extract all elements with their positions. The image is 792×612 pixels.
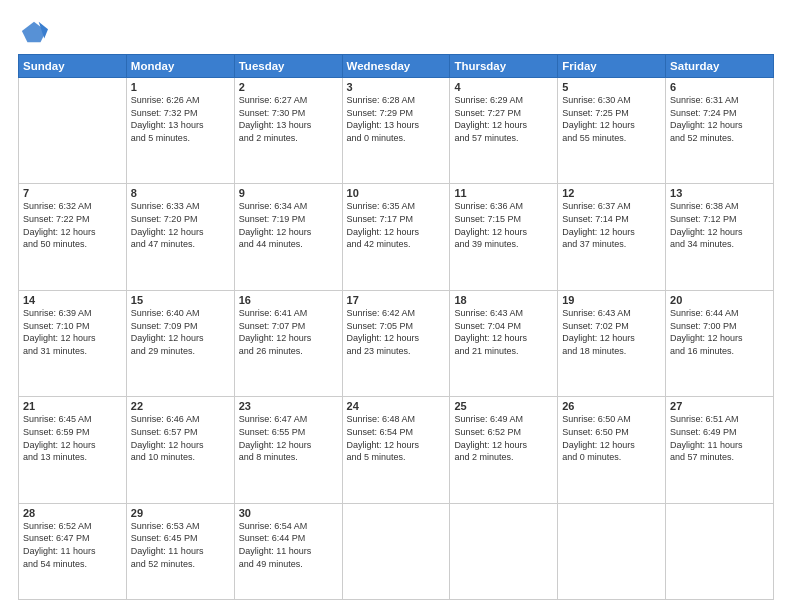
day-number: 9: [239, 187, 338, 199]
day-number: 8: [131, 187, 230, 199]
day-info: Sunrise: 6:47 AM Sunset: 6:55 PM Dayligh…: [239, 413, 338, 463]
calendar-table: SundayMondayTuesdayWednesdayThursdayFrid…: [18, 54, 774, 600]
day-header-friday: Friday: [558, 55, 666, 78]
day-number: 16: [239, 294, 338, 306]
day-number: 4: [454, 81, 553, 93]
day-number: 10: [347, 187, 446, 199]
day-number: 27: [670, 400, 769, 412]
day-number: 12: [562, 187, 661, 199]
day-info: Sunrise: 6:54 AM Sunset: 6:44 PM Dayligh…: [239, 520, 338, 570]
calendar-header-row: SundayMondayTuesdayWednesdayThursdayFrid…: [19, 55, 774, 78]
calendar-week-row: 28Sunrise: 6:52 AM Sunset: 6:47 PM Dayli…: [19, 503, 774, 599]
day-info: Sunrise: 6:44 AM Sunset: 7:00 PM Dayligh…: [670, 307, 769, 357]
day-header-monday: Monday: [126, 55, 234, 78]
day-number: 28: [23, 507, 122, 519]
day-info: Sunrise: 6:27 AM Sunset: 7:30 PM Dayligh…: [239, 94, 338, 144]
day-info: Sunrise: 6:28 AM Sunset: 7:29 PM Dayligh…: [347, 94, 446, 144]
day-info: Sunrise: 6:50 AM Sunset: 6:50 PM Dayligh…: [562, 413, 661, 463]
calendar-cell: 25Sunrise: 6:49 AM Sunset: 6:52 PM Dayli…: [450, 397, 558, 503]
day-number: 19: [562, 294, 661, 306]
calendar-cell: 11Sunrise: 6:36 AM Sunset: 7:15 PM Dayli…: [450, 184, 558, 290]
calendar-cell: 4Sunrise: 6:29 AM Sunset: 7:27 PM Daylig…: [450, 78, 558, 184]
day-number: 17: [347, 294, 446, 306]
calendar-cell: 7Sunrise: 6:32 AM Sunset: 7:22 PM Daylig…: [19, 184, 127, 290]
day-info: Sunrise: 6:48 AM Sunset: 6:54 PM Dayligh…: [347, 413, 446, 463]
day-number: 14: [23, 294, 122, 306]
calendar-week-row: 1Sunrise: 6:26 AM Sunset: 7:32 PM Daylig…: [19, 78, 774, 184]
calendar-cell: 29Sunrise: 6:53 AM Sunset: 6:45 PM Dayli…: [126, 503, 234, 599]
calendar-cell: 2Sunrise: 6:27 AM Sunset: 7:30 PM Daylig…: [234, 78, 342, 184]
logo: [18, 18, 48, 46]
calendar-cell: 26Sunrise: 6:50 AM Sunset: 6:50 PM Dayli…: [558, 397, 666, 503]
calendar-cell: 24Sunrise: 6:48 AM Sunset: 6:54 PM Dayli…: [342, 397, 450, 503]
day-header-sunday: Sunday: [19, 55, 127, 78]
day-number: 15: [131, 294, 230, 306]
day-info: Sunrise: 6:43 AM Sunset: 7:04 PM Dayligh…: [454, 307, 553, 357]
day-info: Sunrise: 6:37 AM Sunset: 7:14 PM Dayligh…: [562, 200, 661, 250]
day-number: 20: [670, 294, 769, 306]
day-info: Sunrise: 6:26 AM Sunset: 7:32 PM Dayligh…: [131, 94, 230, 144]
day-info: Sunrise: 6:51 AM Sunset: 6:49 PM Dayligh…: [670, 413, 769, 463]
day-info: Sunrise: 6:29 AM Sunset: 7:27 PM Dayligh…: [454, 94, 553, 144]
page: SundayMondayTuesdayWednesdayThursdayFrid…: [0, 0, 792, 612]
day-number: 26: [562, 400, 661, 412]
calendar-cell: [342, 503, 450, 599]
day-info: Sunrise: 6:41 AM Sunset: 7:07 PM Dayligh…: [239, 307, 338, 357]
calendar-cell: 21Sunrise: 6:45 AM Sunset: 6:59 PM Dayli…: [19, 397, 127, 503]
calendar-cell: 5Sunrise: 6:30 AM Sunset: 7:25 PM Daylig…: [558, 78, 666, 184]
day-number: 29: [131, 507, 230, 519]
day-info: Sunrise: 6:32 AM Sunset: 7:22 PM Dayligh…: [23, 200, 122, 250]
day-number: 13: [670, 187, 769, 199]
day-info: Sunrise: 6:43 AM Sunset: 7:02 PM Dayligh…: [562, 307, 661, 357]
calendar-cell: 6Sunrise: 6:31 AM Sunset: 7:24 PM Daylig…: [666, 78, 774, 184]
calendar-cell: 22Sunrise: 6:46 AM Sunset: 6:57 PM Dayli…: [126, 397, 234, 503]
calendar-week-row: 14Sunrise: 6:39 AM Sunset: 7:10 PM Dayli…: [19, 290, 774, 396]
calendar-cell: 14Sunrise: 6:39 AM Sunset: 7:10 PM Dayli…: [19, 290, 127, 396]
calendar-cell: 17Sunrise: 6:42 AM Sunset: 7:05 PM Dayli…: [342, 290, 450, 396]
day-number: 21: [23, 400, 122, 412]
day-info: Sunrise: 6:40 AM Sunset: 7:09 PM Dayligh…: [131, 307, 230, 357]
day-info: Sunrise: 6:38 AM Sunset: 7:12 PM Dayligh…: [670, 200, 769, 250]
calendar-cell: 19Sunrise: 6:43 AM Sunset: 7:02 PM Dayli…: [558, 290, 666, 396]
logo-icon: [20, 18, 48, 46]
day-number: 2: [239, 81, 338, 93]
header: [18, 18, 774, 46]
calendar-cell: 28Sunrise: 6:52 AM Sunset: 6:47 PM Dayli…: [19, 503, 127, 599]
day-header-saturday: Saturday: [666, 55, 774, 78]
calendar-cell: 20Sunrise: 6:44 AM Sunset: 7:00 PM Dayli…: [666, 290, 774, 396]
day-info: Sunrise: 6:36 AM Sunset: 7:15 PM Dayligh…: [454, 200, 553, 250]
calendar-cell: 23Sunrise: 6:47 AM Sunset: 6:55 PM Dayli…: [234, 397, 342, 503]
day-number: 11: [454, 187, 553, 199]
calendar-cell: 3Sunrise: 6:28 AM Sunset: 7:29 PM Daylig…: [342, 78, 450, 184]
calendar-cell: 10Sunrise: 6:35 AM Sunset: 7:17 PM Dayli…: [342, 184, 450, 290]
day-info: Sunrise: 6:30 AM Sunset: 7:25 PM Dayligh…: [562, 94, 661, 144]
day-number: 3: [347, 81, 446, 93]
day-number: 1: [131, 81, 230, 93]
day-number: 24: [347, 400, 446, 412]
calendar-week-row: 21Sunrise: 6:45 AM Sunset: 6:59 PM Dayli…: [19, 397, 774, 503]
calendar-cell: 12Sunrise: 6:37 AM Sunset: 7:14 PM Dayli…: [558, 184, 666, 290]
day-info: Sunrise: 6:33 AM Sunset: 7:20 PM Dayligh…: [131, 200, 230, 250]
day-header-thursday: Thursday: [450, 55, 558, 78]
day-info: Sunrise: 6:49 AM Sunset: 6:52 PM Dayligh…: [454, 413, 553, 463]
day-info: Sunrise: 6:45 AM Sunset: 6:59 PM Dayligh…: [23, 413, 122, 463]
calendar-cell: [19, 78, 127, 184]
day-info: Sunrise: 6:34 AM Sunset: 7:19 PM Dayligh…: [239, 200, 338, 250]
calendar-cell: 9Sunrise: 6:34 AM Sunset: 7:19 PM Daylig…: [234, 184, 342, 290]
day-number: 7: [23, 187, 122, 199]
day-number: 18: [454, 294, 553, 306]
day-info: Sunrise: 6:52 AM Sunset: 6:47 PM Dayligh…: [23, 520, 122, 570]
calendar-week-row: 7Sunrise: 6:32 AM Sunset: 7:22 PM Daylig…: [19, 184, 774, 290]
calendar-cell: 1Sunrise: 6:26 AM Sunset: 7:32 PM Daylig…: [126, 78, 234, 184]
day-info: Sunrise: 6:35 AM Sunset: 7:17 PM Dayligh…: [347, 200, 446, 250]
day-header-tuesday: Tuesday: [234, 55, 342, 78]
day-number: 30: [239, 507, 338, 519]
calendar-cell: 15Sunrise: 6:40 AM Sunset: 7:09 PM Dayli…: [126, 290, 234, 396]
calendar-cell: [558, 503, 666, 599]
day-header-wednesday: Wednesday: [342, 55, 450, 78]
calendar-cell: 16Sunrise: 6:41 AM Sunset: 7:07 PM Dayli…: [234, 290, 342, 396]
day-number: 22: [131, 400, 230, 412]
day-info: Sunrise: 6:53 AM Sunset: 6:45 PM Dayligh…: [131, 520, 230, 570]
day-number: 23: [239, 400, 338, 412]
calendar-cell: 27Sunrise: 6:51 AM Sunset: 6:49 PM Dayli…: [666, 397, 774, 503]
